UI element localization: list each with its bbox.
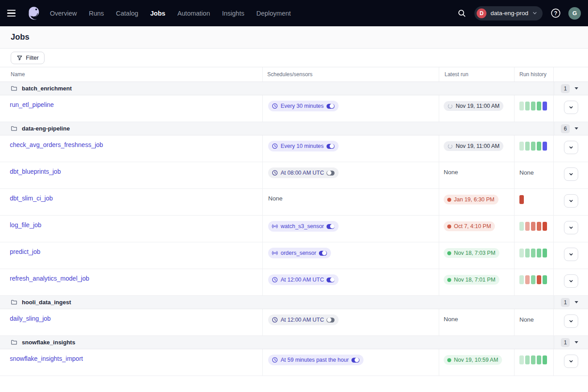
- expand-row-button[interactable]: [564, 355, 578, 368]
- latest-run-time: Nov 19, 11:00 AM: [456, 103, 499, 109]
- run-chip[interactable]: [519, 249, 524, 257]
- nav-link-jobs[interactable]: Jobs: [150, 10, 165, 17]
- run-chip[interactable]: [543, 275, 547, 284]
- schedule-toggle[interactable]: [327, 318, 335, 323]
- job-link[interactable]: log_file_job: [10, 221, 41, 229]
- run-chip[interactable]: [531, 355, 535, 364]
- run-chip[interactable]: [531, 222, 535, 231]
- latest-run-time: Nov 18, 7:03 PM: [454, 250, 495, 256]
- sensor-toggle[interactable]: [327, 224, 335, 229]
- run-chip[interactable]: [531, 142, 535, 151]
- schedule-pill[interactable]: Every 10 minutes: [268, 141, 339, 151]
- expand-row-button[interactable]: [564, 101, 578, 114]
- search-icon[interactable]: [455, 7, 468, 20]
- run-chip[interactable]: [537, 222, 541, 231]
- latest-run-pill[interactable]: Nov 18, 7:03 PM: [444, 248, 499, 258]
- schedule-toggle[interactable]: [327, 171, 335, 176]
- run-chip[interactable]: [531, 249, 535, 257]
- hamburger-menu-icon[interactable]: [7, 7, 20, 20]
- schedule-pill[interactable]: Every 30 minutes: [268, 101, 339, 111]
- sensor-pill[interactable]: orders_sensor: [268, 248, 331, 258]
- job-link[interactable]: dbt_slim_ci_job: [10, 195, 53, 202]
- expand-row-button[interactable]: [564, 194, 578, 208]
- run-chip[interactable]: [537, 142, 541, 151]
- run-chip[interactable]: [543, 102, 547, 110]
- user-avatar[interactable]: G: [568, 7, 581, 20]
- run-chip[interactable]: [537, 249, 541, 257]
- expand-row-button[interactable]: [564, 248, 578, 261]
- collapse-caret-icon[interactable]: [575, 127, 578, 130]
- schedule-pill[interactable]: At 12:00 AM UTC: [268, 314, 339, 325]
- job-link[interactable]: run_etl_pipeline: [10, 101, 54, 108]
- deployment-name: data-eng-prod: [490, 10, 528, 16]
- nav-link-overview[interactable]: Overview: [50, 10, 77, 17]
- run-chip[interactable]: [537, 275, 541, 284]
- run-chip[interactable]: [537, 102, 541, 110]
- collapse-caret-icon[interactable]: [575, 341, 578, 343]
- expand-row-button[interactable]: [564, 274, 578, 288]
- sensor-toggle[interactable]: [319, 251, 327, 256]
- sensor-pill[interactable]: watch_s3_sensor: [268, 221, 339, 232]
- schedule-toggle[interactable]: [351, 358, 359, 363]
- latest-run-pill[interactable]: Nov 19, 10:59 AM: [444, 355, 502, 365]
- nav-link-catalog[interactable]: Catalog: [116, 10, 138, 17]
- schedule-toggle[interactable]: [327, 278, 335, 282]
- job-link[interactable]: refresh_analytics_model_job: [10, 275, 89, 282]
- run-history-none-label: None: [519, 316, 534, 323]
- nav-link-deployment[interactable]: Deployment: [256, 10, 290, 17]
- run-chip[interactable]: [525, 102, 530, 110]
- nav-link-automation[interactable]: Automation: [177, 10, 210, 17]
- schedule-toggle[interactable]: [327, 144, 335, 149]
- dagster-logo-icon[interactable]: [25, 4, 43, 22]
- run-chip[interactable]: [519, 195, 524, 204]
- run-chip[interactable]: [543, 355, 547, 364]
- schedule-toggle[interactable]: [327, 104, 335, 109]
- run-chip[interactable]: [543, 249, 547, 257]
- chevron-down-icon: [568, 318, 574, 324]
- run-chip[interactable]: [543, 142, 547, 151]
- latest-run-time: Nov 19, 11:00 AM: [456, 143, 499, 149]
- schedule-pill[interactable]: At 59 minutes past the hour: [268, 355, 363, 365]
- run-chip[interactable]: [519, 275, 524, 284]
- job-link[interactable]: check_avg_orders_freshness_job: [10, 141, 103, 148]
- collapse-caret-icon[interactable]: [575, 301, 578, 303]
- expand-row-button[interactable]: [564, 314, 578, 328]
- group-count-badge: 6: [561, 124, 570, 133]
- schedule-pill[interactable]: At 08:00 AM UTC: [268, 167, 339, 178]
- filter-button[interactable]: Filter: [11, 52, 45, 64]
- latest-run-pill[interactable]: Jan 19, 6:30 PM: [444, 195, 498, 204]
- schedule-label: Every 30 minutes: [281, 103, 324, 109]
- run-chip[interactable]: [519, 142, 524, 151]
- run-chip[interactable]: [525, 249, 530, 257]
- nav-link-runs[interactable]: Runs: [89, 10, 104, 17]
- schedule-pill[interactable]: At 12:00 AM UTC: [268, 274, 339, 285]
- nav-link-insights[interactable]: Insights: [222, 10, 244, 17]
- run-chip[interactable]: [525, 222, 530, 231]
- run-chip[interactable]: [519, 222, 524, 231]
- run-chip[interactable]: [543, 222, 547, 231]
- job-link[interactable]: daily_sling_job: [10, 315, 51, 322]
- run-chip[interactable]: [519, 102, 524, 110]
- clock-icon: [272, 170, 278, 176]
- latest-run-pill[interactable]: Nov 19, 11:00 AM: [444, 101, 503, 111]
- run-chip[interactable]: [525, 142, 530, 151]
- help-icon[interactable]: ?: [549, 7, 562, 20]
- deployment-switcher[interactable]: D data-eng-prod: [474, 6, 543, 20]
- run-chip[interactable]: [531, 102, 535, 110]
- expand-row-button[interactable]: [564, 167, 578, 181]
- expand-row-button[interactable]: [564, 221, 578, 234]
- expand-row-button[interactable]: [564, 141, 578, 154]
- group-row-data-eng-pipeline: data-eng-pipeline6: [0, 122, 588, 135]
- run-chip[interactable]: [525, 275, 530, 284]
- job-link[interactable]: dbt_blueprints_job: [10, 168, 61, 175]
- job-link[interactable]: predict_job: [10, 248, 41, 255]
- run-chip[interactable]: [531, 275, 535, 284]
- run-chip[interactable]: [537, 355, 541, 364]
- latest-run-pill[interactable]: Oct 7, 4:10 PM: [444, 221, 495, 231]
- latest-run-pill[interactable]: Nov 19, 11:00 AM: [444, 141, 503, 151]
- latest-run-pill[interactable]: Nov 18, 7:01 PM: [444, 275, 499, 285]
- run-chip[interactable]: [519, 355, 524, 364]
- collapse-caret-icon[interactable]: [575, 87, 578, 90]
- run-chip[interactable]: [525, 355, 530, 364]
- job-link[interactable]: snowflake_insights_import: [10, 355, 83, 362]
